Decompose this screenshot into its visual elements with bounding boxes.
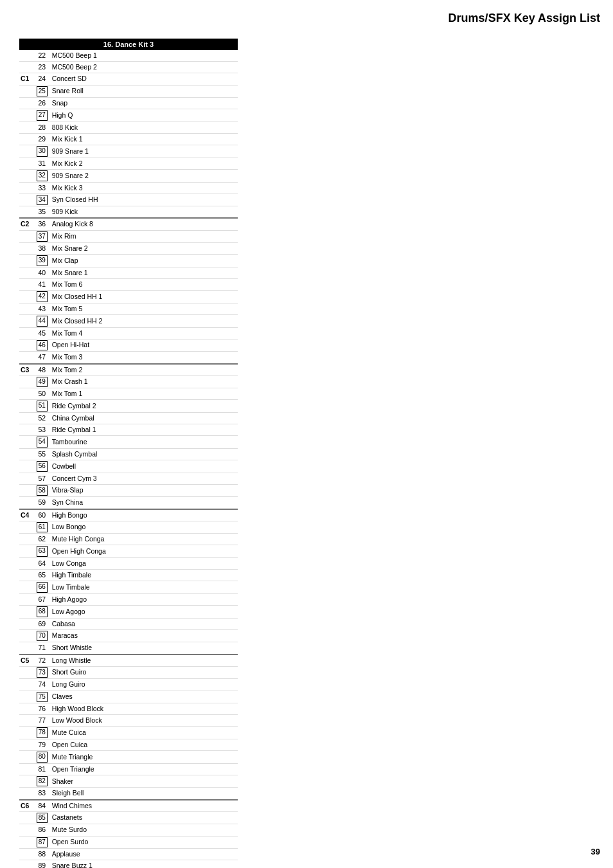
key-number-boxed: 63 — [37, 546, 48, 557]
table-row: 29Mix Kick 1 — [19, 134, 238, 145]
key-number: 80 — [33, 751, 51, 764]
key-name: Mix Crash 1 — [51, 375, 238, 388]
key-name: Low Bongo — [51, 521, 238, 534]
octave-label — [19, 303, 33, 314]
key-number: 29 — [33, 134, 51, 145]
table-row: 39Mix Clap — [19, 255, 238, 267]
table-row: 32909 Snare 2 — [19, 170, 238, 183]
octave-label — [19, 666, 33, 679]
key-name: Open Hi-Hat — [51, 339, 238, 352]
octave-label — [19, 194, 33, 206]
key-number: 31 — [33, 158, 51, 169]
octave-label — [19, 751, 33, 764]
octave-label — [19, 279, 33, 291]
table-row: 78Mute Cuica — [19, 727, 238, 739]
table-row: 73Short Guiro — [19, 666, 238, 679]
key-number-boxed: 42 — [37, 291, 48, 302]
key-name: Mix Tom 1 — [51, 388, 238, 400]
table-row: 43Mix Tom 5 — [19, 303, 238, 314]
key-name: Open High Conga — [51, 545, 238, 558]
key-number: 38 — [33, 243, 51, 255]
table-row: C684Wind Chimes — [19, 800, 238, 812]
key-name: Cabasa — [51, 618, 238, 629]
table-row: C348Mix Tom 2 — [19, 364, 238, 376]
octave-label — [19, 315, 33, 328]
octave-label: C4 — [19, 509, 33, 521]
table-row: 25Snare Roll — [19, 85, 238, 98]
table-row: 88Applause — [19, 849, 238, 860]
octave-label — [19, 400, 33, 413]
page-title: Drums/SFX Key Assign List — [449, 12, 600, 25]
key-number: 79 — [33, 739, 51, 750]
octave-label — [19, 182, 33, 194]
key-name: High Timbale — [51, 570, 238, 581]
octave-label — [19, 134, 33, 145]
key-number-boxed: 27 — [37, 110, 48, 121]
key-name: Maracas — [51, 629, 238, 642]
key-name: Mix Kick 1 — [51, 134, 238, 145]
octave-label — [19, 424, 33, 436]
key-number: 24 — [33, 73, 51, 85]
key-name: Splash Cymbal — [51, 448, 238, 460]
table-row: C572Long Whistle — [19, 655, 238, 667]
key-name: China Cymbal — [51, 412, 238, 424]
key-number-boxed: 66 — [37, 582, 48, 593]
key-number: 35 — [33, 206, 51, 219]
key-number-boxed: 39 — [37, 255, 48, 266]
key-number: 42 — [33, 291, 51, 303]
key-number: 56 — [33, 460, 51, 473]
key-name: Low Agogo — [51, 606, 238, 619]
table-row: 50Mix Tom 1 — [19, 388, 238, 400]
key-number: 73 — [33, 666, 51, 679]
octave-label — [19, 618, 33, 629]
key-number-boxed: 73 — [37, 667, 48, 678]
octave-label — [19, 860, 33, 868]
key-number: 67 — [33, 593, 51, 605]
table-row: 64Low Conga — [19, 557, 238, 569]
key-name: Low Wood Block — [51, 715, 238, 727]
octave-label — [19, 775, 33, 788]
key-number-boxed: 82 — [37, 776, 48, 787]
key-number-boxed: 49 — [37, 377, 48, 388]
key-number: 51 — [33, 400, 51, 413]
key-number: 72 — [33, 655, 51, 667]
key-number-boxed: 30 — [37, 146, 48, 157]
key-number: 66 — [33, 581, 51, 594]
key-number: 54 — [33, 436, 51, 449]
key-name: High Bongo — [51, 509, 238, 521]
key-name: Shaker — [51, 775, 238, 788]
octave-label — [19, 327, 33, 339]
key-name: Long Whistle — [51, 655, 238, 667]
octave-label — [19, 629, 33, 642]
key-name: Wind Chimes — [51, 800, 238, 812]
octave-label — [19, 521, 33, 534]
octave-label — [19, 739, 33, 750]
key-name: Mix Closed HH 1 — [51, 291, 238, 303]
octave-label: C6 — [19, 800, 33, 812]
table-row: 86Mute Surdo — [19, 824, 238, 836]
key-name: Castanets — [51, 811, 238, 824]
octave-label — [19, 50, 33, 62]
octave-label — [19, 85, 33, 98]
key-number-boxed: 58 — [37, 485, 48, 496]
key-number: 61 — [33, 521, 51, 534]
key-number: 40 — [33, 267, 51, 278]
table-row: 22MC500 Beep 1 — [19, 50, 238, 62]
key-name: Snare Roll — [51, 85, 238, 98]
section-header: 16. Dance Kit 3 — [19, 39, 238, 50]
key-name: Open Surdo — [51, 836, 238, 849]
octave-label — [19, 267, 33, 278]
key-number: 26 — [33, 98, 51, 109]
octave-label — [19, 158, 33, 169]
key-name: Cowbell — [51, 460, 238, 473]
key-number-boxed: 51 — [37, 401, 48, 411]
key-number: 46 — [33, 339, 51, 352]
key-number: 44 — [33, 315, 51, 328]
table-row: 83Sleigh Bell — [19, 788, 238, 800]
key-number-boxed: 85 — [37, 813, 48, 824]
key-number: 82 — [33, 775, 51, 788]
key-name: Mix Closed HH 2 — [51, 315, 238, 328]
key-number: 49 — [33, 375, 51, 388]
octave-label — [19, 606, 33, 619]
key-name: Ride Cymbal 2 — [51, 400, 238, 413]
